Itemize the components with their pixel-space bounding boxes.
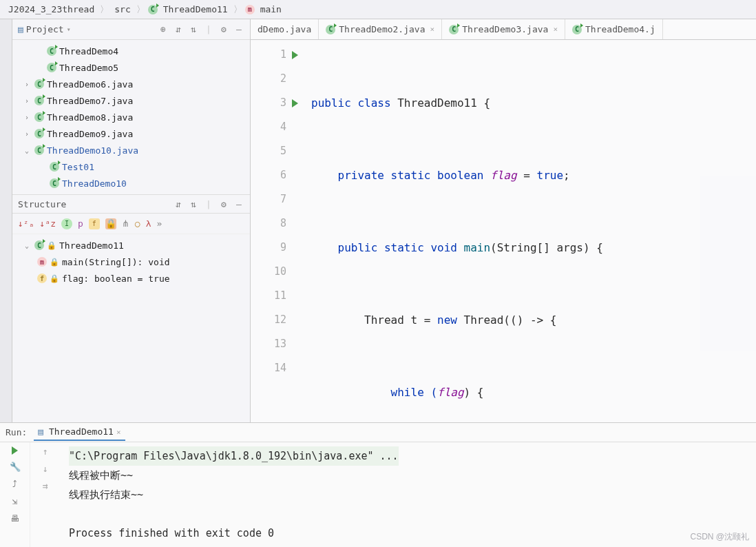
gear-icon[interactable]: ⚙ [218,199,229,209]
code-editor[interactable]: public class ThreadDemo11 { private stat… [304,40,649,422]
run-label: Run: [6,427,27,437]
structure-panel-header: Structure ⇵ ⇅ | ⚙ — [12,194,250,214]
breadcrumb-method[interactable]: main [258,3,284,16]
method-icon [37,257,47,267]
down-icon[interactable]: ↓ [43,464,48,474]
editor-tab[interactable]: ThreadDemo2.java× [319,19,442,39]
run-gutter-icon[interactable] [292,99,298,107]
sidebar: ▤ Project ▾ ⊕ ⇵ ⇅ | ⚙ — ThreadDemo4Threa… [12,19,251,422]
class-icon [34,96,44,105]
gutter-icons [292,40,304,422]
tree-item[interactable]: ThreadDemo4 [12,43,250,59]
tree-item[interactable]: ›ThreadDemo9.java [12,125,250,142]
class-icon [34,129,44,138]
class-icon [50,178,59,188]
structure-member[interactable]: 🔒main(String[]): void [12,254,250,270]
editor: dDemo.javaThreadDemo2.java×ThreadDemo3.j… [251,19,756,422]
structure-title[interactable]: Structure [18,199,169,209]
filter-lambda-icon[interactable]: λ [146,218,151,229]
editor-tab[interactable]: dDemo.java [251,19,319,39]
breadcrumb-src[interactable]: src [112,3,133,16]
more-icon[interactable]: » [156,218,162,229]
class-icon [47,63,56,72]
chevron-right-icon: 〉 [233,3,242,16]
watermark: CSDN @沈颐礼 [690,531,749,543]
breadcrumb-project[interactable]: J2024_3_23thread [6,3,97,16]
up-icon[interactable]: ↑ [43,446,48,457]
class-icon [449,25,459,34]
chevron-right-icon: 〉 [100,3,109,16]
sort-za-icon[interactable]: ↓ᶻₐ [18,218,34,229]
tree-item[interactable]: ›ThreadDemo8.java [12,109,250,125]
lock-icon: 🔒 [50,274,59,283]
tree-item[interactable]: ThreadDemo10 [12,175,250,192]
lock-icon[interactable]: 🔒 [105,218,116,229]
download-icon[interactable]: ⇲ [12,496,18,506]
gear-icon[interactable]: ⚙ [218,24,229,34]
filter-i-icon[interactable]: I [61,218,72,229]
hide-icon[interactable]: — [233,24,244,34]
class-icon [326,25,335,34]
class-icon [50,162,59,172]
sort-az-icon[interactable]: ↓ᵃz [39,218,55,229]
lock-icon: 🔒 [50,258,59,267]
wrap-icon[interactable]: ⇉ [43,481,48,491]
tool-window-stripe[interactable] [0,19,12,422]
field-icon [37,274,47,283]
expand-icon[interactable]: ⇵ [173,199,184,209]
tree-item[interactable]: ⌄ThreadDemo10.java [12,142,250,158]
class-icon [34,240,44,250]
filter-o-icon[interactable]: ○ [135,218,140,229]
editor-tabs: dDemo.javaThreadDemo2.java×ThreadDemo3.j… [251,19,756,40]
structure-class-row[interactable]: ⌄ 🔒 ThreadDemo11 [12,237,250,254]
run-tab[interactable]: ▤ ThreadDemo11× [34,424,125,441]
project-tree[interactable]: ThreadDemo4ThreadDemo5›ThreadDemo6.java›… [12,40,250,194]
class-icon [34,145,44,155]
breadcrumb-class[interactable]: ThreadDemo11 [160,3,231,16]
tree-item[interactable]: ›ThreadDemo6.java [12,76,250,92]
structure-toolbar: ↓ᶻₐ ↓ᵃz I p f 🔒 ⋔ ○ λ » [12,214,250,234]
run-header: Run: ▤ ThreadDemo11× [0,423,756,442]
lock-icon: 🔒 [47,241,56,250]
class-icon [572,25,582,34]
project-panel-title[interactable]: ▤ Project ▾ [18,24,154,34]
class-icon [148,5,158,14]
close-icon[interactable]: × [430,25,435,34]
editor-tab[interactable]: ThreadDemo3.java× [442,19,565,39]
tree-item[interactable]: Test01 [12,158,250,175]
collapse-icon[interactable]: ⇅ [188,24,199,34]
filter-y-icon[interactable]: ⋔ [122,218,129,229]
chevron-right-icon: 〉 [136,3,145,16]
project-panel-header: ▤ Project ▾ ⊕ ⇵ ⇅ | ⚙ — [12,19,250,40]
method-icon [245,5,255,14]
close-icon[interactable]: × [553,25,558,34]
tree-item[interactable]: ›ThreadDemo7.java [12,92,250,109]
rerun-icon[interactable] [12,446,18,455]
breadcrumb: J2024_3_23thread 〉 src 〉 ThreadDemo11 〉 … [0,0,756,19]
run-gutter-icon[interactable] [292,51,298,59]
filter-p-icon[interactable]: p [78,218,83,229]
run-tool-window: Run: ▤ ThreadDemo11× 🔧 ⤴ ⇲ 🖶 ↑ ↓ ⇉ "C:\P… [0,422,756,547]
structure-tree[interactable]: ⌄ 🔒 ThreadDemo11 🔒main(String[]): void🔒f… [12,234,250,289]
filter-f-icon[interactable]: f [89,218,100,229]
collapse-icon[interactable]: ⇅ [188,199,199,209]
tree-item[interactable]: ThreadDemo5 [12,59,250,76]
console-output[interactable]: "C:\Program Files\Java\jdk1.8.0_192\bin\… [62,442,399,547]
structure-member[interactable]: 🔒flag: boolean = true [12,270,250,287]
class-icon [34,112,44,122]
class-icon [34,79,44,89]
line-numbers: 1234567891011121314 [251,40,292,422]
target-icon[interactable]: ⊕ [158,24,169,34]
class-icon [47,46,56,56]
wrench-icon[interactable]: 🔧 [10,462,21,472]
stepout-icon[interactable]: ⤴ [12,479,17,489]
editor-tab[interactable]: ThreadDemo4.j [565,19,663,39]
hide-icon[interactable]: — [233,199,244,209]
expand-icon[interactable]: ⇵ [173,24,184,34]
print-icon[interactable]: 🖶 [10,513,19,524]
